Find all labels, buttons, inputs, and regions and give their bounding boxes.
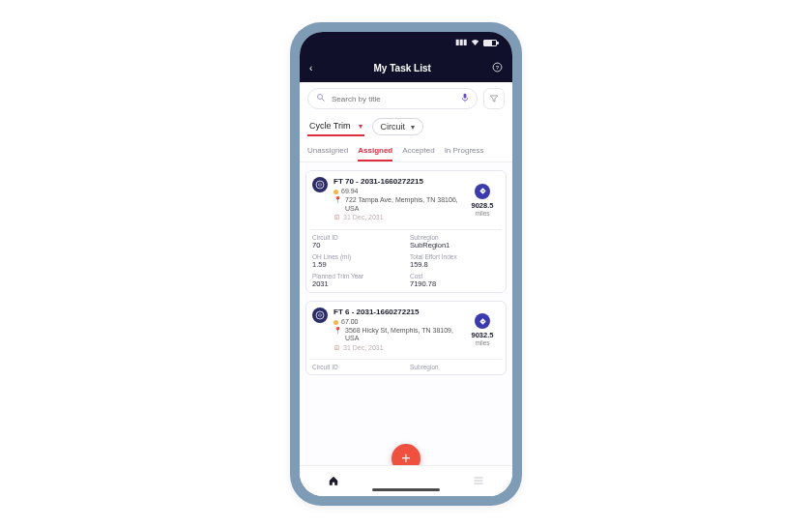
distance-block[interactable]: 9028.5 miles <box>465 177 500 223</box>
distance-unit: miles <box>475 339 489 346</box>
distance-value: 9032.5 <box>472 331 494 339</box>
filter-pills: Cycle Trim ▾ Circuit ▾ <box>300 115 512 142</box>
task-title: FT 70 - 2031-1660272215 <box>334 177 459 186</box>
back-button[interactable]: ‹ <box>309 63 312 73</box>
search-box[interactable] <box>307 88 478 109</box>
task-type-icon <box>312 308 328 323</box>
status-tabs: Unassigned Assigned Accepted In Progress <box>300 142 512 162</box>
cost-value: 7190.78 <box>410 279 500 288</box>
distance-unit: miles <box>475 210 489 217</box>
screen: ▮▮▮ ‹ My Task List ? <box>300 32 512 496</box>
planned-year-value: 2031 <box>312 279 402 288</box>
svg-point-2 <box>318 95 323 100</box>
distance-value: 9028.5 <box>472 201 494 210</box>
subregion-value: SubRegion1 <box>410 241 500 249</box>
task-card[interactable]: FT 6 - 2031-1660272215 67.00 📍3568 Hicky… <box>305 301 507 376</box>
help-button[interactable]: ? <box>492 62 503 74</box>
search-icon <box>316 93 326 104</box>
tab-in-progress[interactable]: In Progress <box>445 146 484 161</box>
status-bar: ▮▮▮ <box>300 32 512 53</box>
svg-point-8 <box>316 311 324 319</box>
task-list[interactable]: FT 70 - 2031-1660272215 69.94 📍722 Tampa… <box>300 162 512 465</box>
bottom-nav <box>300 465 512 496</box>
circuit-dropdown[interactable]: Circuit ▾ <box>372 118 424 135</box>
directions-icon <box>475 313 490 329</box>
location-pin-icon: 📍 <box>334 327 342 335</box>
location-pin-icon: 📍 <box>334 196 342 204</box>
circuit-id-value: 70 <box>312 241 402 249</box>
subregion-label: Subregion <box>410 364 500 370</box>
task-title: FT 6 - 2031-1660272215 <box>334 308 459 316</box>
chevron-down-icon: ▾ <box>411 123 415 132</box>
status-dot-icon <box>334 320 338 325</box>
cycle-trim-dropdown[interactable]: Cycle Trim ▾ <box>307 117 364 136</box>
chevron-down-icon: ▾ <box>359 122 362 131</box>
status-dot-icon <box>334 190 338 194</box>
svg-line-3 <box>322 99 325 102</box>
oh-lines-value: 1.59 <box>312 260 402 269</box>
filter-button[interactable] <box>483 88 505 109</box>
signal-icon: ▮▮▮ <box>455 39 467 46</box>
search-input[interactable] <box>332 95 455 103</box>
task-address: 3568 Hicky St, Memphis, TN 38109, USA <box>345 327 459 343</box>
wifi-icon <box>471 39 479 47</box>
svg-text:?: ? <box>496 64 499 70</box>
circuit-id-label: Circuit ID <box>312 234 402 241</box>
search-row <box>300 82 512 115</box>
tab-accepted[interactable]: Accepted <box>402 146 434 161</box>
page-title: My Task List <box>374 63 431 73</box>
task-type-icon <box>312 177 328 192</box>
planned-year-label: Planned Trim Year <box>312 273 402 279</box>
effort-label: Total Effort Index <box>410 253 500 260</box>
phone-frame: ▮▮▮ ‹ My Task List ? <box>290 22 522 506</box>
tab-assigned[interactable]: Assigned <box>358 146 392 161</box>
task-details: Circuit ID70 SubregionSubRegion1 OH Line… <box>312 234 500 288</box>
svg-point-6 <box>316 181 324 189</box>
task-details: Circuit ID Subregion <box>312 364 500 370</box>
directions-icon <box>475 184 490 199</box>
calendar-icon: 🗓 <box>334 344 340 352</box>
svg-rect-4 <box>464 94 467 99</box>
nav-menu-icon[interactable] <box>473 476 484 487</box>
cycle-trim-label: Cycle Trim <box>309 121 351 131</box>
home-indicator <box>372 488 440 491</box>
task-score: 69.94 <box>341 188 359 195</box>
tab-unassigned[interactable]: Unassigned <box>307 146 348 161</box>
nav-home-icon[interactable] <box>328 475 339 488</box>
battery-icon <box>483 40 497 46</box>
task-due: 31 Dec, 2031 <box>343 344 384 352</box>
circuit-label: Circuit <box>381 122 406 132</box>
task-card[interactable]: FT 70 - 2031-1660272215 69.94 📍722 Tampa… <box>305 170 507 293</box>
task-score: 67.00 <box>341 318 359 326</box>
app-header: ‹ My Task List ? <box>300 53 512 82</box>
oh-lines-label: OH Lines (mi) <box>312 253 402 260</box>
cost-label: Cost <box>410 273 500 279</box>
distance-block[interactable]: 9032.5 miles <box>465 308 500 354</box>
microphone-icon[interactable] <box>461 93 469 104</box>
calendar-icon: 🗓 <box>334 214 340 221</box>
task-address: 722 Tampa Ave, Memphis, TN 38106, USA <box>345 196 459 213</box>
subregion-label: Subregion <box>410 234 500 241</box>
effort-value: 159.8 <box>410 260 500 269</box>
circuit-id-label: Circuit ID <box>312 364 402 370</box>
task-due: 31 Dec, 2031 <box>343 214 384 221</box>
